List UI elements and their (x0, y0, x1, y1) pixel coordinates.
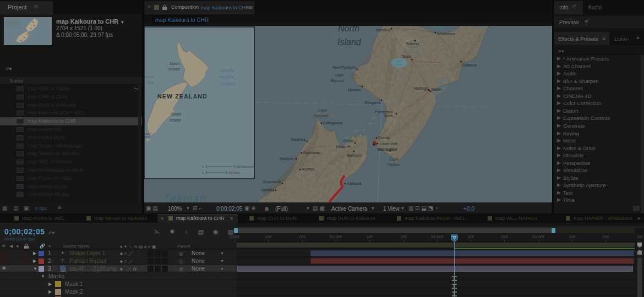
svg-text:Cape: Cape (335, 73, 344, 78)
svg-text:Greymouth: Greymouth (263, 180, 281, 184)
svg-text:Taupo: Taupo (395, 63, 402, 66)
svg-text:New Plymouth: New Plymouth (332, 65, 356, 70)
svg-text:Nelson: Nelson (336, 145, 348, 148)
svg-text:Hawke: Hawke (437, 79, 449, 83)
svg-text:SOUTH: SOUTH (220, 68, 235, 73)
svg-text:Lower Hutt: Lower Hutt (380, 142, 397, 146)
svg-text:Kaikoura: Kaikoura (347, 182, 362, 185)
svg-text:Plenty: Plenty (433, 26, 444, 30)
svg-text:Island: Island (168, 67, 180, 72)
svg-text:North: North (384, 114, 393, 118)
svg-text:North: North (338, 26, 359, 33)
svg-text:Hawera: Hawera (348, 88, 361, 92)
svg-text:Tasman: Tasman (163, 193, 207, 202)
svg-text:Blenheim: Blenheim (347, 153, 362, 157)
svg-text:Ngakawau: Ngakawau (303, 151, 320, 155)
svg-text:Hastings: Hastings (414, 86, 428, 91)
svg-text:40: 40 (484, 106, 489, 110)
svg-text:Porirua: Porirua (378, 136, 390, 140)
svg-text:Karamea: Karamea (291, 138, 306, 141)
svg-text:Farewell: Farewell (314, 114, 329, 118)
svg-text:Cape: Cape (477, 26, 486, 30)
svg-text:PACIFIC: PACIFIC (219, 75, 236, 80)
svg-text:OCEAN: OCEAN (221, 81, 236, 86)
svg-text:Hamilton: Hamilton (376, 28, 390, 32)
svg-text:Palliser: Palliser (388, 163, 401, 167)
svg-text:Island: Island (337, 37, 362, 47)
svg-text:South: South (171, 112, 182, 117)
svg-text:Egmont: Egmont (331, 79, 345, 83)
svg-text:Island: Island (170, 118, 181, 123)
svg-text:Sea: Sea (146, 80, 153, 85)
svg-text:Collingwood: Collingwood (323, 121, 343, 125)
svg-text:0: 0 (202, 165, 204, 168)
svg-text:Rotorua: Rotorua (406, 42, 419, 46)
svg-text:Palmerston: Palmerston (375, 110, 393, 114)
svg-text:Cape: Cape (389, 157, 399, 162)
svg-text:sman: sman (144, 74, 154, 79)
svg-text:300 Miles: 300 Miles (228, 171, 241, 174)
svg-text:Whakatane: Whakatane (437, 32, 455, 36)
svg-text:Wanganui: Wanganui (364, 101, 380, 105)
svg-text:Cape: Cape (318, 108, 327, 113)
svg-text:Wellington: Wellington (378, 147, 397, 152)
svg-text:Napier: Napier (432, 87, 443, 92)
svg-text:Taupo: Taupo (401, 54, 411, 59)
svg-text:Picton: Picton (343, 139, 353, 143)
svg-text:0: 0 (202, 171, 204, 174)
svg-text:300 Kilometers: 300 Kilometers (237, 165, 255, 168)
svg-text:Hokitika: Hokitika (261, 188, 275, 192)
svg-text:North: North (170, 61, 179, 66)
svg-text:NEW ZEALAND: NEW ZEALAND (157, 93, 208, 100)
svg-text:land: land (144, 135, 150, 139)
svg-text:Reefton: Reefton (302, 167, 314, 171)
svg-text:Gisborne: Gisborne (462, 63, 477, 67)
svg-text:Bay: Bay (439, 84, 446, 89)
svg-text:Westport: Westport (280, 157, 294, 161)
